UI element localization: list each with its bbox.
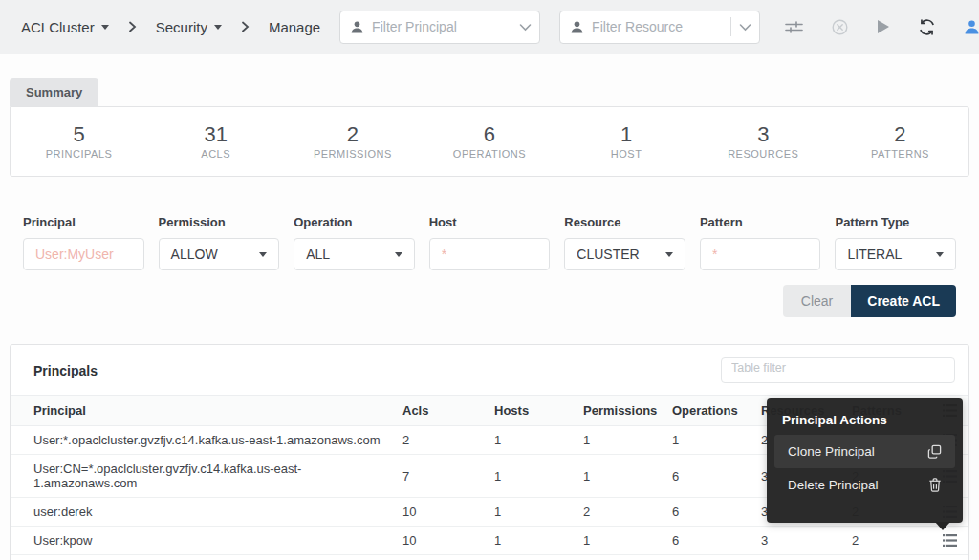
person-icon: [350, 20, 364, 34]
field-label: Operation: [294, 215, 415, 229]
cell-operations: 1: [672, 426, 761, 455]
stat-label: HOST: [558, 148, 695, 160]
filter-principal-combobox[interactable]: [339, 11, 540, 44]
stat-patterns: 2 PATTERNS: [832, 123, 968, 160]
summary-section: Summary 5 PRINCIPALS 31 ACLS 2 PERMISSIO…: [10, 78, 969, 177]
play-icon[interactable]: [877, 19, 890, 34]
principals-title: Principals: [24, 363, 98, 378]
operation-select[interactable]: ALL: [294, 238, 415, 270]
stat-value: 2: [284, 123, 421, 146]
chevron-down-icon: [259, 252, 267, 257]
stat-value: 3: [695, 123, 832, 146]
breadcrumb-manage[interactable]: Manage: [269, 19, 320, 35]
stat-value: 1: [558, 123, 695, 146]
chevron-down-icon[interactable]: [519, 18, 532, 35]
principal-input[interactable]: [35, 247, 132, 262]
col-acls[interactable]: Acls: [402, 396, 494, 426]
summary-card: 5 PRINCIPALS 31 ACLS 2 PERMISSIONS 6 OPE…: [10, 106, 969, 177]
filter-sliders-icon[interactable]: [785, 20, 803, 34]
cell-operations: 6: [672, 498, 761, 527]
permission-select[interactable]: ALLOW: [159, 238, 280, 270]
create-acl-button[interactable]: Create ACL: [851, 285, 956, 317]
stat-value: 31: [147, 123, 284, 146]
chevron-down-icon: [214, 25, 222, 30]
copy-icon: [927, 444, 942, 459]
table-filter-field: [721, 357, 955, 383]
cell-hosts: 1: [494, 555, 583, 560]
table-row[interactable]: User:tom 2 1 1 2 1 1: [11, 555, 968, 560]
cell-resources: 1: [761, 555, 852, 560]
cell-hosts: 1: [494, 455, 583, 498]
pattern-type-select[interactable]: LITERAL: [835, 238, 956, 270]
filter-resource-input[interactable]: [592, 19, 723, 34]
chevron-down-icon[interactable]: [739, 18, 751, 35]
tab-summary[interactable]: Summary: [10, 78, 98, 106]
cell-permissions: 1: [583, 455, 672, 498]
stat-label: PATTERNS: [832, 148, 968, 160]
cell-principal: User:*.opaclcluster.gvzfjv.c14.kafka.us-…: [11, 426, 402, 455]
breadcrumb-manage-label: Manage: [269, 19, 320, 35]
top-navbar: ACLCluster Security Manage: [0, 0, 979, 54]
row-actions-icon[interactable]: [936, 534, 961, 547]
cell-acls: 10: [402, 498, 494, 527]
cell-acls: 2: [402, 555, 494, 560]
field-permission: Permission ALLOW: [159, 215, 280, 270]
field-label: Host: [429, 215, 551, 229]
cell-permissions: 1: [583, 555, 672, 560]
table-row[interactable]: User:kpow 10 1 1 6 3 2: [11, 527, 968, 555]
field-label: Resource: [564, 215, 685, 229]
selected-value: ALL: [306, 247, 330, 262]
cell-patterns: 2: [852, 527, 936, 555]
stat-label: OPERATIONS: [421, 148, 557, 160]
stat-value: 6: [421, 123, 557, 146]
breadcrumb-cluster[interactable]: ACLCluster: [21, 19, 109, 35]
cell-acls: 10: [402, 527, 494, 555]
resource-select[interactable]: CLUSTER: [564, 238, 685, 270]
user-icon[interactable]: [964, 19, 979, 35]
field-label: Pattern: [700, 215, 821, 229]
stat-label: PRINCIPALS: [11, 148, 147, 160]
cell-permissions: 1: [583, 426, 672, 455]
divider: [511, 17, 511, 36]
selected-value: LITERAL: [847, 247, 902, 262]
stat-operations: 6 OPERATIONS: [421, 123, 557, 160]
stat-value: 5: [11, 123, 147, 146]
col-permissions[interactable]: Permissions: [583, 396, 672, 426]
clear-button[interactable]: Clear: [783, 285, 851, 317]
pattern-input[interactable]: [712, 247, 809, 262]
selected-value: CLUSTER: [577, 247, 639, 262]
field-principal: Principal: [23, 215, 144, 270]
principal-actions-menu: Principal Actions Clone Principal Delete…: [767, 398, 963, 523]
clear-filters-icon[interactable]: [832, 19, 848, 35]
cell-acls: 2: [402, 426, 494, 455]
field-resource: Resource CLUSTER: [564, 215, 685, 270]
cell-principal: User:tom: [11, 555, 402, 560]
breadcrumb-separator-icon: [241, 21, 250, 32]
filter-resource-combobox[interactable]: [559, 11, 760, 44]
breadcrumb-security-label: Security: [156, 19, 207, 35]
table-filter-input[interactable]: [731, 361, 945, 375]
cell-operations: 2: [672, 555, 761, 560]
col-hosts[interactable]: Hosts: [494, 396, 583, 426]
menu-item-clone-principal[interactable]: Clone Principal: [774, 435, 955, 468]
host-input[interactable]: [442, 247, 538, 262]
cell-principal: User:kpow: [11, 527, 402, 555]
menu-item-label: Clone Principal: [788, 444, 875, 459]
cell-hosts: 1: [494, 426, 583, 455]
person-icon: [570, 20, 584, 34]
chevron-down-icon: [936, 252, 944, 257]
menu-item-delete-principal[interactable]: Delete Principal: [774, 468, 955, 502]
cell-hosts: 1: [494, 527, 583, 555]
stat-acls: 31 ACLS: [147, 123, 284, 160]
col-operations[interactable]: Operations: [672, 396, 761, 426]
field-label: Permission: [159, 215, 280, 229]
field-label: Principal: [23, 215, 144, 229]
cell-resources: 3: [761, 527, 852, 555]
stat-host: 1 HOST: [558, 123, 695, 160]
col-principal[interactable]: Principal: [11, 396, 402, 426]
stat-permissions: 2 PERMISSIONS: [284, 123, 421, 160]
filter-principal-input[interactable]: [372, 19, 503, 34]
refresh-icon[interactable]: [919, 19, 935, 35]
chevron-down-icon: [395, 252, 402, 257]
breadcrumb-security[interactable]: Security: [156, 19, 222, 35]
